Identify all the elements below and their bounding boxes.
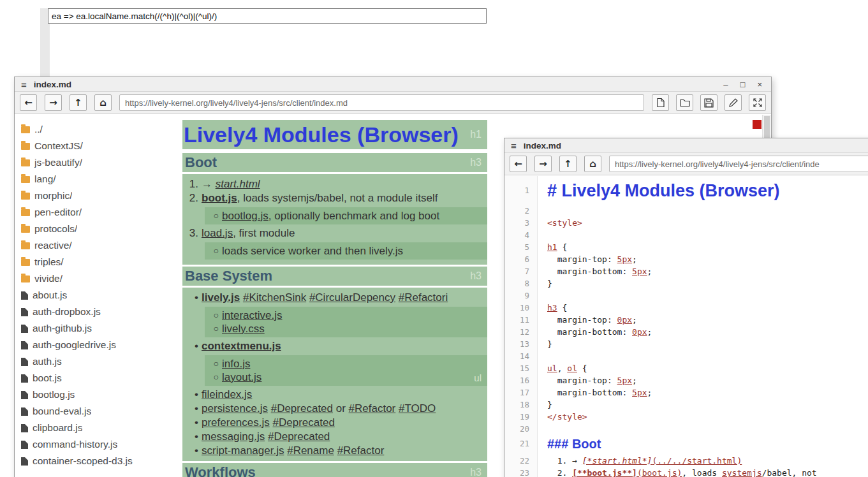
back-button[interactable]: ← (20, 94, 37, 111)
forward-button[interactable]: → (534, 156, 552, 172)
link[interactable]: messaging.js (202, 430, 265, 443)
link[interactable]: #Refactor (337, 444, 385, 457)
file-list-item[interactable]: js-beautify/ (21, 154, 165, 171)
link[interactable]: preferences.js (202, 416, 270, 429)
file-list-item[interactable]: triples/ (21, 254, 165, 270)
code-token: 5px (632, 267, 647, 276)
file-list-item[interactable]: auth-github.js (21, 320, 165, 337)
url-input[interactable] (119, 94, 644, 111)
file-list-item[interactable]: container-scoped-d3.js (21, 453, 165, 469)
open-directory-button[interactable] (676, 94, 693, 111)
link[interactable]: lively.css (222, 323, 265, 335)
window1-titlebar[interactable]: ≡ index.md –□× (15, 77, 771, 92)
file-list-item[interactable]: clipboard.js (21, 420, 165, 436)
file-list-item[interactable]: about.js (21, 287, 165, 304)
file-list-item[interactable]: ContextJS/ (21, 138, 165, 154)
link[interactable]: boot.js (202, 192, 237, 204)
toggle-fullscreen-button[interactable] (749, 94, 766, 111)
forward-icon: → (539, 159, 547, 169)
link[interactable]: layout.js (222, 371, 261, 383)
file-list-item[interactable]: pen-editor/ (21, 204, 165, 221)
file-list-item[interactable]: bootlog.js (21, 386, 165, 403)
file-list-item[interactable]: lang/ (21, 171, 165, 187)
code-editor[interactable]: 1# Lively4 Modules (Browser)23<style>45h… (504, 176, 868, 477)
text: , optionally benchmark and log boot (268, 210, 439, 222)
list-marker: • (182, 291, 198, 305)
link[interactable]: #Refactori (399, 291, 448, 304)
window2-title: index.md (524, 141, 561, 150)
back-button[interactable]: ← (510, 156, 527, 172)
window2-titlebar[interactable]: ≡ index.md (504, 138, 868, 153)
element-filter-input[interactable] (48, 8, 487, 24)
list-marker: ○ (207, 244, 219, 258)
code-token: systemjs (722, 468, 762, 477)
code-token: # Lively4 Modules (Browser) (547, 181, 780, 200)
back-icon: ← (24, 98, 33, 108)
list-item: •persistence.js #Deprecated or #Refactor… (182, 402, 487, 416)
line-content: margin-top: 5px; (538, 374, 637, 386)
menu-icon[interactable]: ≡ (21, 80, 27, 89)
up-icon: ↑ (564, 159, 572, 169)
file-list-item[interactable]: reactive/ (21, 237, 165, 254)
link[interactable]: contextmenu.js (202, 340, 281, 352)
line-number: 5 (504, 241, 538, 253)
file-name: triples/ (34, 256, 64, 268)
code-line: 18} (504, 399, 868, 411)
line-number: 1 (504, 180, 538, 205)
file-list-item[interactable]: auth.js (21, 353, 165, 370)
link[interactable]: #Rename (287, 444, 334, 457)
link[interactable]: persistence.js (202, 402, 268, 415)
list-marker: • (182, 430, 198, 444)
new-file-button[interactable] (652, 94, 669, 111)
menu-icon[interactable]: ≡ (511, 141, 517, 150)
link[interactable]: #Deprecated (271, 402, 333, 415)
heading-h3: Workflowsh3 (182, 463, 487, 477)
file-list-item[interactable]: morphic/ (21, 187, 165, 204)
list-item: •preferences.js #Deprecated (182, 416, 487, 430)
link[interactable]: load.js (202, 227, 233, 239)
edit-icon (728, 98, 738, 108)
link[interactable]: fileindex.js (202, 388, 252, 400)
link[interactable]: start.html (216, 178, 260, 190)
file-list-item[interactable]: auth-googledrive.js (21, 337, 165, 353)
url-input[interactable] (609, 156, 868, 172)
file-name: auth-googledrive.js (33, 339, 116, 351)
code-line: 3<style> (504, 217, 868, 229)
code-line: 1# Lively4 Modules (Browser) (504, 180, 868, 205)
save-button[interactable] (700, 94, 717, 111)
link[interactable]: info.js (222, 358, 250, 370)
link[interactable]: script-manager.js (202, 444, 284, 457)
link[interactable]: interactive.js (222, 309, 282, 321)
line-content: </style> (538, 411, 587, 423)
link[interactable]: #TODO (399, 402, 436, 415)
code-token: , (557, 363, 568, 373)
file-list-item[interactable]: boot.js (21, 370, 165, 386)
close-button[interactable]: × (757, 80, 762, 89)
file-list-item[interactable]: ../ (21, 121, 165, 138)
file-list-item[interactable]: bound-eval.js (21, 403, 165, 420)
file-list-item[interactable]: protocols/ (21, 221, 165, 237)
link[interactable]: lively.js (202, 291, 240, 304)
link[interactable]: #Refactor (349, 402, 396, 415)
line-content: <style> (538, 217, 582, 229)
forward-button[interactable]: → (45, 94, 62, 111)
folder-icon (21, 259, 30, 266)
file-list-item[interactable]: vivide/ (21, 270, 165, 287)
up-button[interactable]: ↑ (70, 94, 87, 111)
heading-text: Base System (182, 268, 272, 284)
home-button[interactable]: ⌂ (94, 94, 112, 111)
maximize-button[interactable]: □ (740, 80, 746, 89)
link[interactable]: #Deprecated (273, 416, 335, 429)
link[interactable]: bootlog.js (222, 210, 268, 222)
link[interactable]: #CircularDepency (309, 291, 395, 304)
link[interactable]: #KitchenSink (243, 291, 306, 304)
up-button[interactable]: ↑ (559, 156, 577, 172)
file-list-item[interactable]: command-history.js (21, 436, 165, 453)
home-button[interactable]: ⌂ (584, 156, 601, 172)
minimize-button[interactable]: – (723, 80, 728, 89)
line-number: 20 (504, 423, 538, 435)
file-icon (21, 391, 28, 399)
file-list-item[interactable]: auth-dropbox.js (21, 304, 165, 320)
link[interactable]: #Deprecated (268, 430, 330, 443)
edit-button[interactable] (725, 94, 742, 111)
